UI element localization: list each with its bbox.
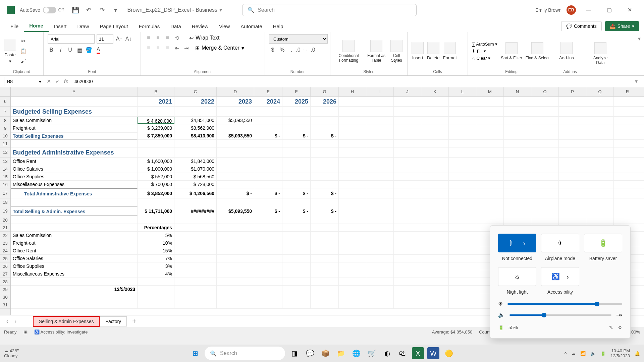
cell[interactable] bbox=[282, 216, 311, 224]
sheet-tab-factory[interactable]: Factory bbox=[100, 316, 127, 326]
cell[interactable]: Total Selling & Admin. Expenses bbox=[11, 206, 138, 216]
row-header[interactable]: 19 bbox=[0, 206, 10, 216]
cell[interactable] bbox=[614, 124, 641, 132]
cell[interactable] bbox=[282, 278, 311, 285]
cell[interactable]: Percentages bbox=[138, 224, 174, 231]
cell[interactable] bbox=[449, 117, 476, 124]
tab-home[interactable]: Home bbox=[24, 20, 49, 32]
cell[interactable] bbox=[339, 270, 366, 278]
cell[interactable]: $ - bbox=[217, 188, 254, 198]
cell[interactable] bbox=[449, 270, 476, 278]
cell[interactable] bbox=[394, 140, 421, 147]
cell[interactable] bbox=[138, 107, 174, 116]
close-button[interactable]: ✕ bbox=[622, 5, 637, 15]
font-name-select[interactable] bbox=[48, 34, 95, 44]
cell[interactable] bbox=[11, 97, 138, 106]
cell[interactable]: $ - bbox=[311, 206, 339, 216]
increase-indent-icon[interactable]: ⇥ bbox=[182, 44, 190, 52]
cell[interactable] bbox=[421, 286, 449, 293]
cell[interactable] bbox=[476, 165, 504, 173]
cell[interactable] bbox=[476, 216, 504, 224]
cell[interactable] bbox=[282, 165, 311, 173]
cell[interactable]: $ 700,000 bbox=[138, 181, 174, 188]
cell[interactable] bbox=[476, 147, 504, 157]
cell[interactable] bbox=[394, 97, 421, 106]
cell[interactable] bbox=[366, 132, 394, 139]
cell[interactable]: 2021 bbox=[138, 97, 174, 106]
cell[interactable] bbox=[254, 140, 282, 147]
cell[interactable] bbox=[504, 107, 531, 116]
cell[interactable] bbox=[394, 124, 421, 132]
align-center-icon[interactable]: ≡ bbox=[154, 44, 162, 52]
tab-data[interactable]: Data bbox=[165, 20, 186, 32]
cell[interactable] bbox=[217, 301, 254, 308]
tab-automate[interactable]: Automate bbox=[235, 20, 267, 32]
cell[interactable]: $4,851,000 bbox=[174, 117, 217, 124]
cell[interactable]: Total Selling Expenses bbox=[11, 132, 138, 139]
cell[interactable]: $ - bbox=[282, 206, 311, 216]
cell[interactable] bbox=[254, 181, 282, 188]
row-header[interactable]: 25 bbox=[0, 255, 10, 262]
col-header-R[interactable]: R bbox=[614, 87, 641, 96]
cell[interactable] bbox=[614, 216, 641, 224]
row-header[interactable]: 24 bbox=[0, 247, 10, 255]
cell[interactable] bbox=[394, 270, 421, 278]
col-header-L[interactable]: L bbox=[449, 87, 476, 96]
cell[interactable] bbox=[11, 198, 138, 206]
cell[interactable] bbox=[559, 206, 586, 216]
cell[interactable] bbox=[366, 198, 394, 206]
cell[interactable] bbox=[339, 301, 366, 308]
cell[interactable] bbox=[339, 255, 366, 262]
cell[interactable] bbox=[254, 198, 282, 206]
cell[interactable] bbox=[282, 255, 311, 262]
col-header-F[interactable]: F bbox=[282, 87, 311, 96]
col-header-C[interactable]: C bbox=[174, 87, 217, 96]
sheet-tab-active[interactable]: Selling & Admin Expenses bbox=[33, 316, 100, 327]
cell[interactable] bbox=[394, 198, 421, 206]
cell[interactable] bbox=[421, 158, 449, 165]
start-button[interactable]: ⊞ bbox=[189, 347, 201, 359]
row-header[interactable]: 28 bbox=[0, 278, 10, 286]
insert-cells-button[interactable]: Insert bbox=[412, 42, 424, 60]
font-color-icon[interactable]: A bbox=[95, 46, 102, 54]
airplane-mode-toggle[interactable]: ✈ bbox=[541, 234, 579, 252]
cell[interactable] bbox=[311, 165, 339, 173]
cell[interactable] bbox=[504, 140, 531, 147]
cell[interactable] bbox=[339, 158, 366, 165]
cell[interactable] bbox=[366, 224, 394, 231]
cell[interactable] bbox=[217, 181, 254, 188]
cell[interactable] bbox=[366, 255, 394, 262]
cell[interactable] bbox=[282, 147, 311, 157]
cell[interactable] bbox=[174, 293, 217, 301]
cell[interactable]: $ - bbox=[254, 206, 282, 216]
cell[interactable] bbox=[311, 247, 339, 254]
cell[interactable] bbox=[339, 173, 366, 180]
row-header[interactable]: 23 bbox=[0, 239, 10, 247]
cell[interactable] bbox=[614, 158, 641, 165]
cell[interactable]: $ 3,852,000 bbox=[138, 188, 174, 198]
cell[interactable] bbox=[421, 216, 449, 224]
cancel-formula-icon[interactable]: ✕ bbox=[44, 78, 53, 84]
col-header-N[interactable]: N bbox=[504, 87, 531, 96]
comma-icon[interactable]: , bbox=[288, 46, 295, 54]
cell[interactable] bbox=[217, 140, 254, 147]
cell[interactable] bbox=[586, 140, 614, 147]
accessibility-status[interactable]: ♿ Accessibility: Investigate bbox=[34, 329, 88, 335]
cell[interactable]: $ - bbox=[254, 132, 282, 139]
cell[interactable]: $ - bbox=[254, 188, 282, 198]
expand-formula-icon[interactable]: ▾ bbox=[632, 78, 641, 84]
cell[interactable] bbox=[138, 216, 174, 224]
row-header[interactable]: 16 bbox=[0, 181, 10, 188]
cell[interactable] bbox=[531, 198, 559, 206]
cell[interactable]: Budgeted Administrative Expenses bbox=[11, 147, 138, 157]
cell[interactable] bbox=[366, 286, 394, 293]
cell[interactable] bbox=[504, 165, 531, 173]
cell[interactable] bbox=[476, 117, 504, 124]
cell[interactable] bbox=[311, 173, 339, 180]
cell[interactable] bbox=[282, 293, 311, 301]
cell[interactable] bbox=[531, 124, 559, 132]
cell[interactable]: $ 7,859,000 bbox=[138, 132, 174, 139]
task-view-icon[interactable]: ◨ bbox=[288, 347, 301, 359]
cell[interactable] bbox=[11, 140, 138, 147]
cell[interactable] bbox=[282, 140, 311, 147]
